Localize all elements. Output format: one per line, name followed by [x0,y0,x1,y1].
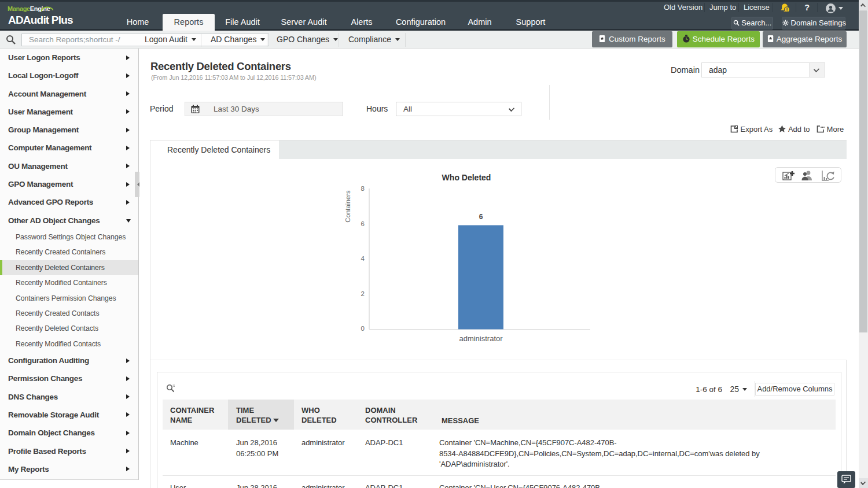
svg-text:8: 8 [361,185,365,192]
svg-text:!: ! [786,7,788,13]
svg-text:administrator: administrator [459,334,503,343]
svg-text:4: 4 [361,255,365,262]
svg-text:6: 6 [479,213,483,221]
svg-text:0: 0 [361,325,365,332]
svg-text:6: 6 [361,220,365,227]
svg-text:Containers: Containers [344,190,351,223]
svg-text:2: 2 [361,290,365,297]
